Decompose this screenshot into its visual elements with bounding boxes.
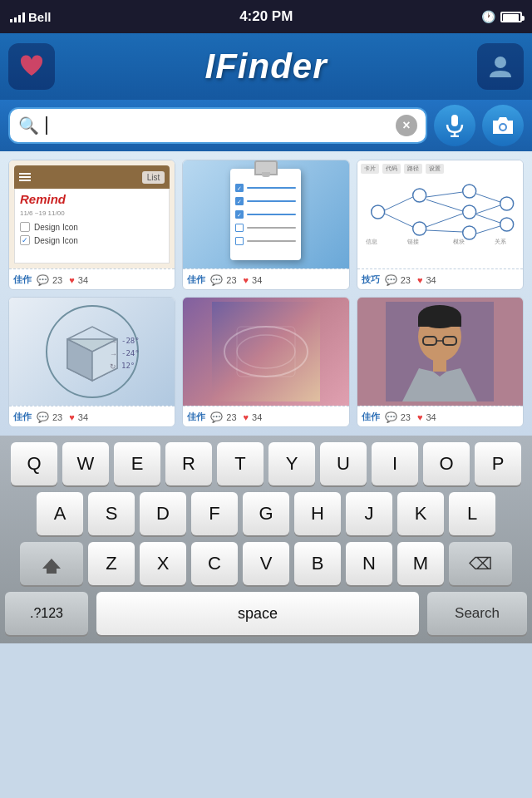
like-icon-4: ♥ <box>69 412 75 422</box>
key-h[interactable]: H <box>294 492 341 535</box>
tag-6: 佳作 <box>362 411 380 423</box>
clear-button[interactable]: × <box>396 115 417 136</box>
diagram-tab4: 设置 <box>426 164 444 174</box>
list-icon <box>19 173 31 181</box>
svg-point-11 <box>462 226 475 239</box>
comment-count-1: 23 <box>52 275 62 285</box>
svg-point-0 <box>495 57 506 68</box>
svg-rect-46 <box>418 317 461 327</box>
person-svg <box>386 302 494 401</box>
key-e[interactable]: E <box>114 442 160 485</box>
key-s[interactable]: S <box>88 492 135 535</box>
favorite-button[interactable] <box>8 43 55 90</box>
remind-dates: 11/6 ~19 11/00 <box>20 209 164 217</box>
svg-line-14 <box>384 197 412 210</box>
key-w[interactable]: W <box>62 442 109 485</box>
svg-line-16 <box>426 192 462 197</box>
key-v[interactable]: V <box>243 542 289 585</box>
profile-icon <box>488 54 513 79</box>
grid-meta-6: 佳作 💬 23 ♥ 34 <box>357 406 523 426</box>
svg-line-22 <box>475 214 500 223</box>
svg-line-20 <box>475 194 500 202</box>
like-icon-2: ♥ <box>244 275 249 285</box>
delete-icon: ⌫ <box>469 554 492 574</box>
tag-2: 佳作 <box>187 273 205 286</box>
gradient-svg <box>212 302 320 401</box>
signal-icon <box>10 11 25 22</box>
app-title: IFinder <box>204 47 327 86</box>
profile-button[interactable] <box>477 43 524 90</box>
svg-rect-50 <box>433 360 446 372</box>
key-r[interactable]: R <box>165 442 212 485</box>
grid-item-gradient[interactable]: 佳作 💬 23 ♥ 34 <box>182 297 349 427</box>
clock-icon: 🕐 <box>481 10 495 23</box>
shift-key[interactable] <box>20 542 83 585</box>
key-l[interactable]: L <box>449 492 495 535</box>
header: IFinder <box>0 33 532 100</box>
grid-item-diagram[interactable]: 卡片 代码 路径 设置 <box>357 160 524 290</box>
like-count-3: 34 <box>426 275 436 285</box>
key-f[interactable]: F <box>191 492 238 535</box>
diagram-tab3: 路径 <box>404 164 422 174</box>
grid-meta-4: 佳作 💬 23 ♥ 34 <box>9 406 175 426</box>
mic-icon <box>446 114 464 137</box>
num-key[interactable]: .?123 <box>5 592 88 635</box>
list-label: List <box>142 171 165 184</box>
svg-point-13 <box>500 218 513 231</box>
key-k[interactable]: K <box>397 492 444 535</box>
like-icon-6: ♥ <box>417 412 423 422</box>
mic-button[interactable] <box>434 105 475 146</box>
key-i[interactable]: I <box>372 442 418 485</box>
delete-key[interactable]: ⌫ <box>449 542 512 585</box>
key-z[interactable]: Z <box>88 542 135 585</box>
diagram-tab1: 卡片 <box>361 164 379 174</box>
tag-5: 佳作 <box>187 411 205 423</box>
svg-point-7 <box>412 189 426 202</box>
key-d[interactable]: D <box>140 492 186 535</box>
svg-text:→: → <box>110 337 117 346</box>
svg-line-23 <box>475 226 500 234</box>
camera-button[interactable] <box>482 105 524 146</box>
like-count-5: 34 <box>252 412 262 422</box>
space-key[interactable]: space <box>96 592 419 635</box>
like-count-6: 34 <box>426 412 436 422</box>
key-c[interactable]: C <box>191 542 238 585</box>
key-u[interactable]: U <box>320 442 367 485</box>
key-j[interactable]: J <box>346 492 392 535</box>
comment-count-4: 23 <box>52 412 62 422</box>
time-label: 4:20 PM <box>239 8 293 25</box>
remind-item1: Design Icon <box>34 223 78 232</box>
key-y[interactable]: Y <box>268 442 315 485</box>
comment-icon-5: 💬 <box>210 411 223 423</box>
key-g[interactable]: G <box>243 492 289 535</box>
grid-item-remind[interactable]: List Remind 11/6 ~19 11/00 Design Icon D… <box>8 160 175 290</box>
tag-4: 佳作 <box>13 411 32 423</box>
grid-item-cube[interactable]: -28° -24° 12° → → ↻ 佳作 💬 23 ♥ 34 <box>8 297 175 427</box>
search-key[interactable]: Search <box>427 592 527 635</box>
keyboard-row-2: A S D F G H J K L <box>0 492 532 535</box>
comment-icon-2: 💬 <box>210 274 223 286</box>
keyboard-bottom-row: .?123 space Search <box>0 592 532 643</box>
svg-point-12 <box>500 197 513 210</box>
status-left: Bell <box>10 10 52 24</box>
search-input-wrap[interactable]: 🔍 × <box>8 107 427 144</box>
thumb-gradient <box>183 298 348 406</box>
key-t[interactable]: T <box>217 442 264 485</box>
checkbox2 <box>20 235 30 245</box>
thumb-remind: List Remind 11/6 ~19 11/00 Design Icon D… <box>9 160 175 268</box>
key-o[interactable]: O <box>423 442 470 485</box>
comment-count-5: 23 <box>226 412 236 422</box>
status-bar: Bell 4:20 PM 🕐 <box>0 0 532 33</box>
grid-item-clipboard[interactable]: 佳作 💬 23 ♥ 34 <box>182 160 349 290</box>
key-a[interactable]: A <box>37 492 83 535</box>
key-m[interactable]: M <box>397 542 444 585</box>
grid-item-person[interactable]: 佳作 💬 23 ♥ 34 <box>357 297 524 427</box>
svg-text:-28°: -28° <box>121 337 140 345</box>
key-n[interactable]: N <box>346 542 392 585</box>
key-x[interactable]: X <box>140 542 186 585</box>
key-b[interactable]: B <box>294 542 341 585</box>
key-p[interactable]: P <box>475 442 521 485</box>
svg-text:→: → <box>110 350 117 358</box>
key-q[interactable]: Q <box>11 442 57 485</box>
thumb-clipboard <box>183 160 348 268</box>
